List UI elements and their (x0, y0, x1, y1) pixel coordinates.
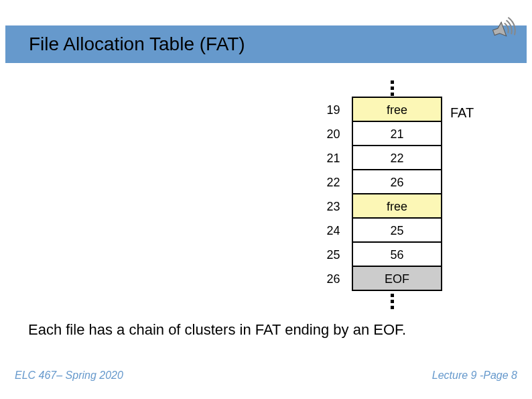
row-index: 23 (315, 194, 352, 219)
ellipsis-top (328, 78, 456, 98)
table-row: 23free (315, 194, 442, 219)
row-index: 21 (315, 146, 352, 170)
title-bar: File Allocation Table (FAT) (5, 25, 527, 63)
slide-caption: Each file has a chain of clusters in FAT… (28, 321, 406, 339)
svg-marker-0 (491, 22, 507, 40)
row-value: 21 (352, 121, 442, 146)
ellipsis-bottom (328, 291, 456, 311)
row-index: 22 (315, 170, 352, 194)
row-value: 25 (352, 217, 442, 243)
table-row: 19free (315, 98, 442, 122)
row-index: 20 (315, 122, 352, 146)
footer-right: Lecture 9 -Page 8 (432, 369, 517, 382)
table-row: 2425 (315, 219, 442, 243)
row-value: 22 (352, 145, 442, 170)
table-row: 2556 (315, 243, 442, 267)
table-row: 2122 (315, 146, 442, 170)
row-index: 26 (315, 267, 352, 291)
fat-table-wrap: 19free20212122222623free2425255626EOF (315, 78, 442, 311)
row-value: 56 (352, 241, 442, 267)
row-value: EOF (352, 266, 442, 291)
row-index: 25 (315, 243, 352, 267)
row-value: free (352, 97, 442, 122)
row-value: 26 (352, 169, 442, 194)
table-row: 2226 (315, 170, 442, 194)
table-row: 2021 (315, 122, 442, 146)
slide-title: File Allocation Table (FAT) (29, 34, 245, 55)
row-value: free (352, 193, 442, 219)
row-index: 19 (315, 98, 352, 122)
fat-label: FAT (450, 105, 474, 121)
table-row: 26EOF (315, 267, 442, 291)
speaker-icon (488, 15, 517, 44)
fat-table: 19free20212122222623free2425255626EOF (315, 98, 442, 291)
footer-left: ELC 467– Spring 2020 (15, 369, 123, 382)
row-index: 24 (315, 219, 352, 243)
